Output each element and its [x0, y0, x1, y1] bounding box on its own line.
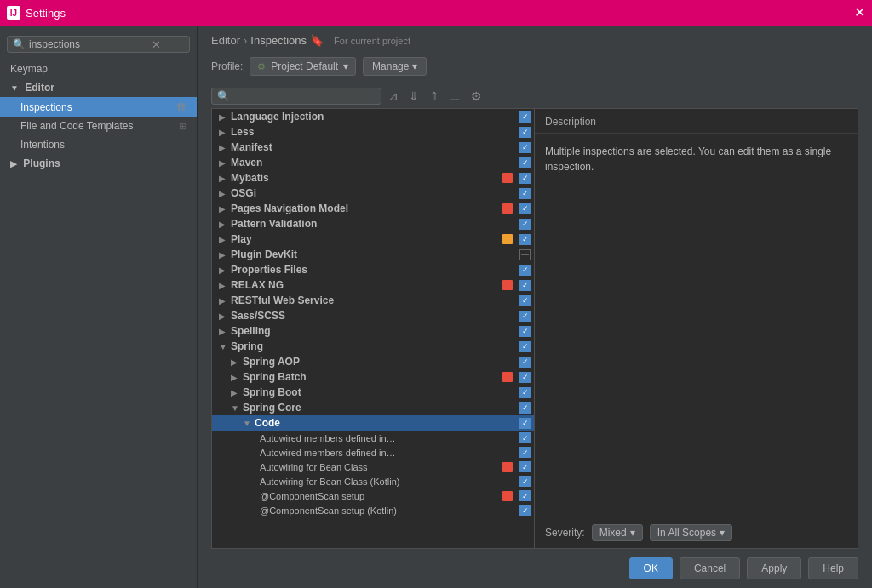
tree-label: Spring Batch	[243, 371, 502, 383]
tree-item-code[interactable]: ▼ Code ✓	[212, 415, 534, 431]
sidebar-group-editor[interactable]: ▼ Editor	[0, 78, 197, 97]
settings-button[interactable]: ⚙	[468, 88, 485, 105]
check-box[interactable]: ✓	[519, 490, 531, 501]
tree-arrow: ▶	[219, 250, 231, 260]
cancel-button[interactable]: Cancel	[680, 557, 740, 579]
check-box[interactable]: ✓	[519, 418, 531, 429]
title-bar-left: IJ Settings	[7, 6, 66, 20]
tree-item-sass[interactable]: ▶ Sass/SCSS ✓	[212, 308, 534, 323]
tree-item-pages-nav[interactable]: ▶ Pages Navigation Model ✓	[212, 201, 534, 216]
tree-item-play[interactable]: ▶ Play ✓	[212, 231, 534, 247]
check-box[interactable]: ✓	[519, 311, 531, 322]
tree-item-less[interactable]: ▶ Less ✓	[212, 124, 534, 140]
tree-item-pattern-val[interactable]: ▶ Pattern Validation ✓	[212, 216, 534, 231]
tree-item-manifest[interactable]: ▶ Manifest ✓	[212, 140, 534, 155]
tree-item-spring-boot[interactable]: ▶ Spring Boot ✓	[212, 385, 534, 400]
sidebar-group-plugins[interactable]: ▶ Plugins	[0, 154, 197, 173]
search-box[interactable]: 🔍 inspections ✕	[7, 36, 190, 53]
tree-panel[interactable]: ▶ Language Injection ✓ ▶ Less ✓	[211, 108, 535, 549]
bottom-bar: OK Cancel Apply Help	[198, 549, 872, 588]
help-button[interactable]: Help	[808, 557, 858, 579]
tree-item-relax-ng[interactable]: ▶ RELAX NG ✓	[212, 277, 534, 293]
tree-item-autowiring-bean-kotlin[interactable]: Autowiring for Bean Class (Kotlin) ✓	[212, 474, 534, 488]
ok-button[interactable]: OK	[629, 557, 673, 579]
check-box[interactable]: ✓	[519, 219, 531, 230]
tree-arrow: ▶	[219, 189, 231, 198]
profile-name: Project Default	[271, 60, 338, 72]
tree-item-autowiring-bean[interactable]: Autowiring for Bean Class ✓	[212, 460, 534, 474]
search-clear-icon[interactable]: ✕	[152, 39, 161, 50]
tree-item-maven[interactable]: ▶ Maven ✓	[212, 155, 534, 170]
manage-label: Manage ▾	[372, 60, 417, 72]
tree-item-plugin-devkit[interactable]: ▶ Plugin DevKit —	[212, 247, 534, 262]
check-box[interactable]: ✓	[519, 387, 531, 398]
tree-item-properties[interactable]: ▶ Properties Files ✓	[212, 262, 534, 277]
tree-item-autowired-2[interactable]: Autowired members defined in invalid Spr…	[212, 445, 534, 460]
inspection-search-input[interactable]	[233, 90, 370, 102]
check-box[interactable]: ✓	[519, 127, 531, 138]
tree-label: Pages Navigation Model	[231, 203, 502, 214]
tree-item-spring-batch[interactable]: ▶ Spring Batch ✓	[212, 369, 534, 385]
check-box[interactable]: ✓	[519, 265, 531, 276]
collapse-all-button[interactable]: ⇑	[426, 88, 443, 105]
check-box[interactable]: ✓	[519, 461, 531, 472]
toolbar-search[interactable]: 🔍	[211, 88, 382, 105]
check-box[interactable]: ✓	[519, 341, 531, 352]
check-box[interactable]: ✓	[519, 447, 531, 458]
filter-button[interactable]: ⊿	[385, 88, 402, 105]
delete-icon[interactable]: 🗑	[175, 100, 186, 113]
close-button[interactable]: ✕	[854, 6, 865, 20]
tree-item-osgi[interactable]: ▶ OSGi ✓	[212, 186, 534, 201]
check-box[interactable]: —	[519, 249, 531, 260]
sidebar-item-intentions[interactable]: Intentions	[0, 135, 197, 154]
check-box[interactable]: ✓	[519, 402, 531, 414]
check-box[interactable]: ✓	[519, 173, 531, 184]
check-box[interactable]: ✓	[519, 280, 531, 291]
tree-label: @ComponentScan setup (Kotlin)	[260, 505, 518, 516]
apply-button[interactable]: Apply	[747, 557, 801, 579]
severity-select[interactable]: Mixed ▾	[592, 524, 643, 541]
sidebar-item-keymap[interactable]: Keymap	[0, 60, 197, 78]
check-box[interactable]: ✓	[519, 476, 531, 487]
check-box[interactable]: ✓	[519, 111, 531, 123]
tree-item-spelling[interactable]: ▶ Spelling ✓	[212, 323, 534, 339]
tree-item-restful[interactable]: ▶ RESTful Web Service ✓	[212, 293, 534, 308]
check-box[interactable]: ✓	[519, 203, 531, 214]
sidebar-item-inspections[interactable]: Inspections 🗑	[0, 97, 197, 117]
tree-arrow: ▶	[219, 204, 231, 214]
check-box[interactable]: ✓	[519, 357, 531, 368]
check-box[interactable]: ✓	[519, 157, 531, 168]
inspect-button[interactable]: ⚊	[446, 88, 464, 105]
check-box[interactable]: ✓	[519, 432, 531, 443]
profile-select[interactable]: ⚙ Project Default ▾	[250, 57, 356, 76]
expand-all-button[interactable]: ⇓	[405, 88, 422, 105]
description-body: Multiple inspections are selected. You c…	[535, 134, 858, 517]
severity-arrow: ▾	[630, 527, 635, 539]
check-box[interactable]: ✓	[519, 188, 531, 199]
tree-item-spring[interactable]: ▼ Spring ✓	[212, 339, 534, 354]
scope-select[interactable]: In All Scopes ▾	[650, 524, 732, 541]
tree-item-spring-aop[interactable]: ▶ Spring AOP ✓	[212, 354, 534, 369]
check-box[interactable]: ✓	[519, 505, 531, 516]
tree-item-mybatis[interactable]: ▶ Mybatis ✓	[212, 170, 534, 186]
tree-label: Spring	[231, 340, 518, 352]
description-text: Multiple inspections are selected. You c…	[545, 144, 847, 174]
tree-item-lang-inject[interactable]: ▶ Language Injection ✓	[212, 109, 534, 124]
check-box[interactable]: ✓	[519, 234, 531, 245]
description-footer: Severity: Mixed ▾ In All Scopes ▾	[535, 517, 858, 548]
check-box[interactable]: ✓	[519, 295, 531, 306]
tree-label: Spring Core	[243, 402, 518, 414]
tree-item-componentscan[interactable]: @ComponentScan setup ✓	[212, 488, 534, 503]
tree-item-spring-core[interactable]: ▼ Spring Core ✓	[212, 400, 534, 415]
tree-item-autowired-1[interactable]: Autowired members defined in invalid Spr…	[212, 431, 534, 445]
check-box[interactable]: ✓	[519, 326, 531, 337]
delete-icon[interactable]: ⊞	[179, 121, 186, 132]
sidebar-item-file-code-templates[interactable]: File and Code Templates ⊞	[0, 117, 197, 135]
check-box[interactable]: ✓	[519, 372, 531, 383]
manage-button[interactable]: Manage ▾	[363, 57, 427, 76]
sidebar-search-input[interactable]: inspections	[29, 38, 148, 50]
tree-item-componentscan-kotlin[interactable]: @ComponentScan setup (Kotlin) ✓	[212, 503, 534, 517]
tree-arrow: ▶	[219, 128, 231, 137]
check-box[interactable]: ✓	[519, 142, 531, 153]
profile-row: Profile: ⚙ Project Default ▾ Manage ▾	[198, 54, 872, 84]
